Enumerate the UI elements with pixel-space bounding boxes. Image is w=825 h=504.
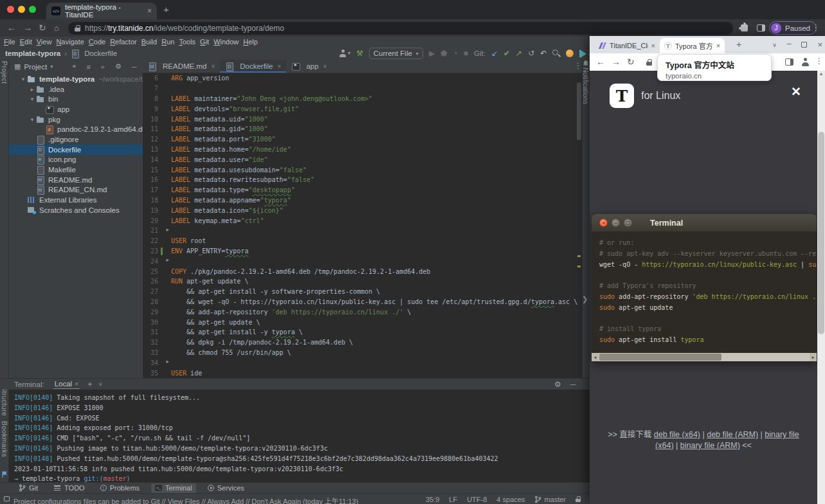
chevron-down-icon[interactable]: ˅ — [99, 381, 102, 388]
close-tab-icon[interactable]: × — [277, 63, 281, 70]
new-terminal-icon[interactable]: + — [87, 379, 93, 389]
side-panel-icon[interactable] — [785, 59, 793, 66]
menu-navigate[interactable]: Navigate — [56, 38, 84, 46]
restore-icon[interactable] — [801, 42, 807, 48]
fold-icon[interactable]: ▸ — [166, 226, 169, 233]
menu-file[interactable]: File — [4, 38, 15, 46]
toolwindow-git[interactable]: Git — [14, 483, 42, 493]
address-bar[interactable]: https://try.titanide.cn/ide/web/coding/t… — [68, 22, 733, 35]
git-branch-widget[interactable]: master — [534, 496, 566, 503]
menu-edit[interactable]: Edit — [20, 38, 32, 46]
project-panel-title[interactable]: Project — [24, 63, 47, 71]
new-tab-button[interactable]: + — [163, 4, 169, 14]
editor-tab-Dockerfile[interactable]: Dockerfile× — [220, 60, 286, 73]
tree-item-bin[interactable]: ▾bin — [9, 94, 143, 104]
tree-item-pkg[interactable]: ▾pkg — [9, 114, 143, 125]
menu-git[interactable]: Git — [200, 38, 209, 46]
lock-icon[interactable] — [646, 59, 652, 66]
tree-item-README_CN.md[interactable]: README_CN.md — [9, 185, 143, 195]
close-icon[interactable]: × — [817, 40, 822, 50]
stripe-structure-label[interactable]: Structure — [1, 386, 8, 416]
debug-icon[interactable]: ⬟ — [440, 50, 447, 57]
tree-item-.gitignore[interactable]: .gitignore — [9, 134, 143, 145]
chevron-down-icon[interactable]: ▾ — [50, 64, 53, 69]
coverage-icon[interactable]: ◔ — [453, 50, 458, 57]
code-editor[interactable]: 6ARG app_version78LABEL maintainer="John… — [143, 73, 582, 378]
close-tab-icon[interactable]: × — [651, 42, 655, 50]
menu-run[interactable]: Run — [161, 38, 174, 46]
tab-search-icon[interactable]: ∨ — [772, 42, 777, 48]
warning-stripe-mark[interactable] — [577, 255, 581, 257]
run-icon[interactable]: ▶ — [429, 50, 435, 57]
editor-tab-README.md[interactable]: README.md× — [143, 60, 220, 73]
editor-tabs-menu-icon[interactable]: ⋮ — [574, 61, 582, 70]
history-icon[interactable]: ↺ — [528, 50, 534, 57]
fold-icon[interactable]: ▸ — [166, 358, 169, 364]
chevron-collapsed-icon[interactable]: ▸ — [28, 86, 36, 93]
locate-file-icon[interactable]: ⌖ — [72, 62, 76, 71]
rollback-icon[interactable]: ↶ — [540, 50, 547, 57]
git-push-icon[interactable]: ↗ — [516, 50, 522, 57]
back-icon[interactable]: ← — [7, 22, 16, 34]
menu-code[interactable]: Code — [89, 38, 105, 46]
expand-all-icon[interactable]: ≡ — [86, 63, 90, 71]
terminal-minimize-icon[interactable]: ─ — [570, 380, 576, 389]
fullscreen-window-icon[interactable] — [29, 6, 36, 13]
tree-item-Scratches and Consoles[interactable]: Scratches and Consoles — [9, 205, 143, 215]
stripe-project-label[interactable]: Project — [1, 61, 8, 84]
download-link[interactable]: deb file (x64) — [654, 430, 700, 439]
run-config-select[interactable]: Current File ▾ — [369, 48, 423, 59]
chevron-expanded-icon[interactable]: ▾ — [28, 96, 36, 102]
fold-icon[interactable]: ▸ — [166, 256, 169, 263]
close-tab-icon[interactable]: × — [147, 6, 152, 15]
chevron-expanded-icon[interactable]: ▾ — [28, 116, 36, 123]
scroll-up-icon[interactable]: ▲ — [817, 71, 825, 76]
close-tab-icon[interactable]: × — [716, 42, 720, 50]
build-hammer-icon[interactable]: ⚒ — [356, 50, 363, 57]
new-tab-button[interactable]: + — [736, 39, 741, 50]
home-icon[interactable]: ⌂ — [54, 22, 59, 34]
minimize-icon[interactable]: – — [787, 39, 792, 48]
tree-item-template-typora[interactable]: ▾template-typora~/workspace/templa — [9, 74, 143, 84]
search-icon[interactable] — [552, 50, 560, 57]
git-update-icon[interactable]: ↙ — [491, 50, 498, 57]
terminal-tab-local[interactable]: Local× — [53, 379, 80, 389]
close-icon[interactable]: × — [75, 381, 78, 388]
readonly-lock-icon[interactable] — [576, 496, 581, 502]
scrollbar-thumb[interactable] — [599, 354, 721, 361]
breadcrumb-file[interactable]: Dockerfile — [84, 50, 117, 57]
browser-menu-icon[interactable]: ⋮ — [811, 22, 820, 32]
forward-icon[interactable]: → — [612, 57, 621, 68]
extensions-icon[interactable] — [741, 24, 748, 32]
line-ending[interactable]: LF — [449, 496, 457, 503]
breadcrumb-project[interactable]: template-typora — [5, 50, 60, 57]
status-message[interactable]: Project configurations files can be adde… — [14, 496, 358, 504]
scroll-left-icon[interactable]: ◂ — [592, 353, 599, 361]
scroll-right-icon[interactable]: ▸ — [810, 353, 817, 361]
hide-panel-icon[interactable]: ─ — [132, 63, 137, 71]
page-scrollbar[interactable]: ▲ — [817, 71, 825, 504]
forward-icon[interactable]: → — [23, 22, 32, 34]
chevron-expanded-icon[interactable]: ▾ — [19, 76, 27, 82]
minimize-window-icon[interactable] — [18, 6, 25, 13]
browser-tab-TitanIDE_Clo[interactable]: TitanIDE_Clo× — [594, 38, 660, 53]
tree-item-External Libraries[interactable]: External Libraries — [9, 195, 143, 205]
download-link[interactable]: binary file (ARM) — [680, 441, 740, 450]
event-log-icon[interactable] — [4, 496, 10, 501]
git-commit-icon[interactable]: ✔ — [503, 50, 510, 57]
terminal-gear-icon[interactable]: ⚙ — [554, 380, 561, 389]
toolwindow-terminal[interactable]: Terminal — [151, 483, 196, 493]
tree-item-pandoc-2.19.2-1-amd64.deb[interactable]: pandoc-2.19.2-1-amd64.deb — [9, 124, 143, 134]
browser-menu-icon[interactable]: ⋮ — [815, 57, 823, 66]
close-tab-icon[interactable]: × — [323, 63, 327, 70]
horizontal-scrollbar[interactable]: ◂ ▸ — [592, 353, 817, 361]
collapse-all-icon[interactable]: ÷ — [101, 63, 105, 71]
toolwindow-services[interactable]: Services — [204, 483, 248, 493]
menu-view[interactable]: View — [37, 38, 52, 46]
menu-tools[interactable]: Tools — [179, 38, 195, 46]
lock-icon[interactable] — [75, 25, 80, 32]
back-icon[interactable]: ← — [596, 57, 605, 68]
titanide-run-icon[interactable] — [579, 50, 586, 57]
bell-icon[interactable] — [583, 60, 589, 67]
close-window-icon[interactable] — [7, 6, 14, 13]
